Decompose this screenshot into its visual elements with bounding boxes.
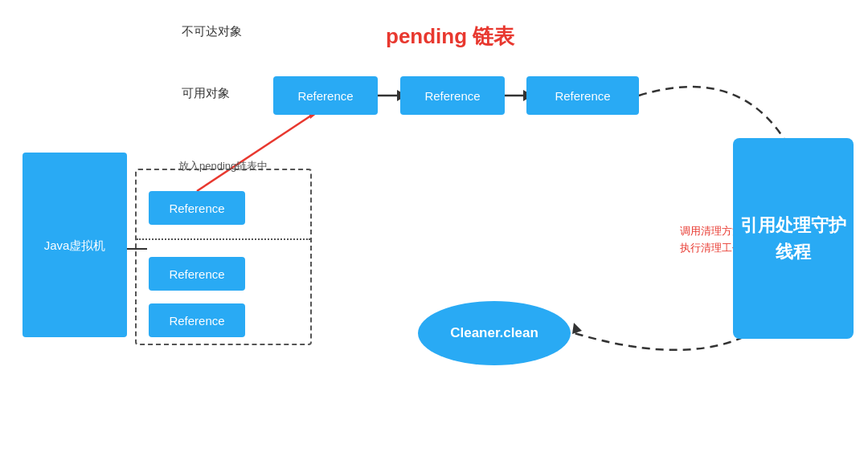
ref-unreachable-label: Reference [169, 202, 224, 215]
ref-reachable1-label: Reference [169, 267, 224, 281]
pending-ref-1: Reference [273, 76, 378, 115]
ref-box-unreachable: Reference [149, 191, 245, 225]
svg-marker-5 [572, 323, 582, 334]
pending-ref-3: Reference [526, 76, 639, 115]
put-pending-annotation: 放入pending链表中 [178, 159, 268, 173]
guardian-block: 引用处理守护线程 [733, 138, 854, 339]
pending-ref1-label: Reference [297, 89, 353, 103]
pending-ref2-label: Reference [424, 89, 480, 103]
diagram-container: pending 链表 Java虚拟机 不可达对象 可用对象 Reference [0, 0, 868, 452]
guardian-label: 引用处理守护线程 [733, 212, 854, 265]
jvm-label: Java虚拟机 [44, 237, 106, 254]
cleaner-label: Cleaner.clean [450, 325, 538, 341]
pending-ref3-label: Reference [555, 89, 610, 103]
reachable-label: 可用对象 [182, 86, 230, 101]
not-reachable-label: 不可达对象 [182, 24, 242, 39]
jvm-block: Java虚拟机 [23, 153, 127, 337]
pending-ref-2: Reference [400, 76, 505, 115]
dotted-divider [137, 238, 310, 240]
cleaner-oval: Cleaner.clean [418, 301, 571, 365]
ref-box-reachable-2: Reference [149, 303, 245, 337]
ref-box-reachable-1: Reference [149, 257, 245, 291]
page-title: pending 链表 [386, 22, 514, 51]
ref-reachable2-label: Reference [169, 314, 224, 328]
